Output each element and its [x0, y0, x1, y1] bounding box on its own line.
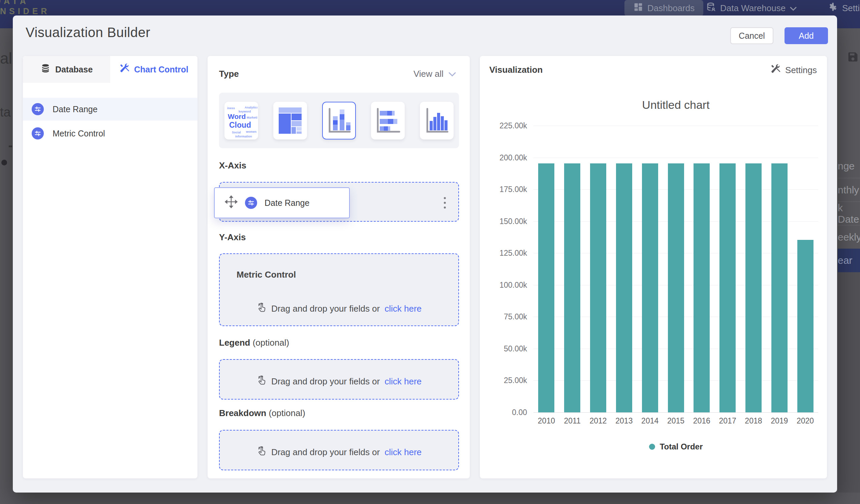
move-icon: [225, 196, 238, 210]
dropzone-text: Drag and drop your fields or: [271, 447, 380, 458]
database-icon: [40, 63, 51, 76]
bg-fragment-left-2: ta: [0, 105, 11, 119]
dragged-field-date-range[interactable]: Date Range: [214, 187, 350, 218]
view-all-dropdown[interactable]: View all: [414, 69, 456, 79]
cancel-button[interactable]: Cancel: [730, 27, 773, 44]
click-here-link[interactable]: click here: [385, 447, 421, 458]
chart-type-treemap[interactable]: [273, 102, 307, 140]
fields-panel: Database Chart Control Date Range Metric…: [23, 56, 198, 478]
save-icon: [847, 51, 859, 65]
x-tick-label: 2020: [797, 416, 814, 426]
y-tick-label: 150.00k: [480, 217, 527, 226]
bar-2019[interactable]: [771, 163, 788, 412]
field-item-metric-control[interactable]: Metric Control: [23, 122, 198, 145]
y-tick-label: 125.00k: [480, 249, 527, 258]
tab-label: Database: [55, 65, 93, 74]
control-icon: [32, 103, 44, 115]
y-axis-section-label: Y-Axis: [219, 232, 246, 243]
click-here-link[interactable]: click here: [385, 304, 421, 314]
bg-fragment-right-area: [838, 272, 860, 492]
tools-icon: [119, 63, 129, 75]
x-axis-menu-kebab-icon[interactable]: [438, 193, 452, 212]
x-axis-tick-labels: 2010201120122013201420152016201720182019…: [533, 416, 818, 427]
y-axis-tick-labels: 0.0025.00k50.00k75.00k100.00k125.00k150.…: [480, 126, 527, 412]
tools-icon: [770, 64, 780, 76]
legend-label: Total Order: [660, 442, 703, 451]
bar-2015[interactable]: [668, 163, 684, 412]
nav-item-dashboards[interactable]: Dashboards: [625, 0, 703, 16]
legend-dropzone[interactable]: Drag and drop your fields or click here: [219, 359, 459, 400]
chart-type-stacked-bar[interactable]: [371, 102, 405, 140]
field-item-date-range[interactable]: Date Range: [23, 98, 198, 120]
y-tick-label: 100.00k: [480, 280, 527, 290]
screen: DATA INSIDER Dashboards Data Warehouse S…: [0, 0, 860, 504]
add-button[interactable]: Add: [785, 27, 828, 44]
chevron-down-icon: [448, 69, 456, 79]
nav-item-settings[interactable]: Settings: [827, 0, 860, 16]
x-tick-label: 2018: [745, 416, 762, 426]
legend-section-label: Legend (optional): [219, 337, 289, 348]
gridline: [533, 126, 818, 126]
y-axis-dropzone[interactable]: Metric Control Drag and drop your fields…: [219, 253, 459, 326]
tab-chart-control[interactable]: Chart Control: [110, 56, 198, 83]
gear-icon: [827, 2, 838, 15]
x-tick-label: 2019: [771, 416, 788, 426]
view-all-label: View all: [414, 69, 443, 79]
bar-2016[interactable]: [693, 163, 710, 412]
field-label: Metric Control: [53, 129, 105, 139]
tap-icon: [256, 445, 267, 459]
x-tick-label: 2010: [538, 416, 555, 426]
nav-label: Data Warehouse: [720, 3, 786, 13]
bar-2017[interactable]: [719, 163, 736, 412]
x-tick-label: 2015: [667, 416, 685, 426]
bar-2018[interactable]: [745, 163, 762, 412]
x-tick-label: 2013: [615, 416, 632, 426]
y-tick-label: 175.00k: [480, 185, 527, 194]
x-tick-label: 2014: [641, 416, 658, 426]
bar-2010[interactable]: [538, 163, 554, 412]
tap-icon: [256, 302, 267, 316]
y-tick-label: 225.00k: [480, 121, 527, 130]
tab-label: Chart Control: [134, 65, 188, 74]
bg-fragment-right-2: nthly: [838, 178, 860, 201]
nav-label: Dashboards: [647, 3, 694, 13]
dropzone-text: Drag and drop your fields or: [271, 304, 380, 314]
tap-icon: [256, 375, 267, 388]
control-icon: [245, 197, 257, 209]
dropzone-text: Drag and drop your fields or: [271, 376, 380, 387]
chart-type-stacked-column[interactable]: [322, 102, 356, 140]
bar-2014[interactable]: [642, 163, 658, 412]
dragged-field-label: Date Range: [264, 198, 309, 208]
tab-database[interactable]: Database: [23, 56, 110, 83]
x-axis-section-label: X-Axis: [219, 160, 246, 171]
bar-chart-plot: [533, 126, 818, 412]
x-tick-label: 2012: [589, 416, 606, 426]
bar-2013[interactable]: [616, 163, 632, 412]
dashboards-icon: [633, 2, 643, 14]
click-here-link[interactable]: click here: [385, 376, 421, 387]
chart-type-word-cloud[interactable]: Word Cloud iness Analytics keyword Marke…: [225, 102, 258, 140]
chart-legend[interactable]: Total Order: [533, 442, 818, 451]
bar-2011[interactable]: [564, 163, 580, 412]
data-warehouse-icon: [706, 2, 716, 14]
gridline: [533, 412, 818, 413]
chart-settings-button[interactable]: Settings: [770, 64, 817, 76]
field-label: Date Range: [53, 104, 97, 114]
settings-label: Settings: [785, 65, 817, 75]
chart-title: Untitled chart: [533, 98, 818, 112]
control-icon: [32, 127, 44, 140]
bg-fragment-bullet: [1, 160, 7, 165]
bar-2020[interactable]: [797, 240, 814, 412]
x-tick-label: 2016: [693, 416, 711, 426]
chart-type-column[interactable]: [420, 102, 454, 140]
bg-fragment-right-1: nge: [838, 154, 860, 178]
chart-type-picker: Word Cloud iness Analytics keyword Marke…: [219, 93, 459, 148]
bar-2012[interactable]: [590, 163, 606, 412]
visualization-builder-modal: Visualization Builder Cancel Add Databas…: [13, 15, 837, 492]
visualization-panel: Visualization Settings Untitled chart 0.…: [480, 56, 827, 478]
breakdown-dropzone[interactable]: Drag and drop your fields or click here: [219, 430, 459, 470]
y-tick-label: 75.00k: [480, 312, 527, 321]
builder-panel: Type View all Word Cloud iness Analytics…: [207, 56, 470, 478]
x-tick-label: 2011: [564, 416, 580, 426]
nav-item-data-warehouse[interactable]: Data Warehouse: [706, 0, 797, 16]
